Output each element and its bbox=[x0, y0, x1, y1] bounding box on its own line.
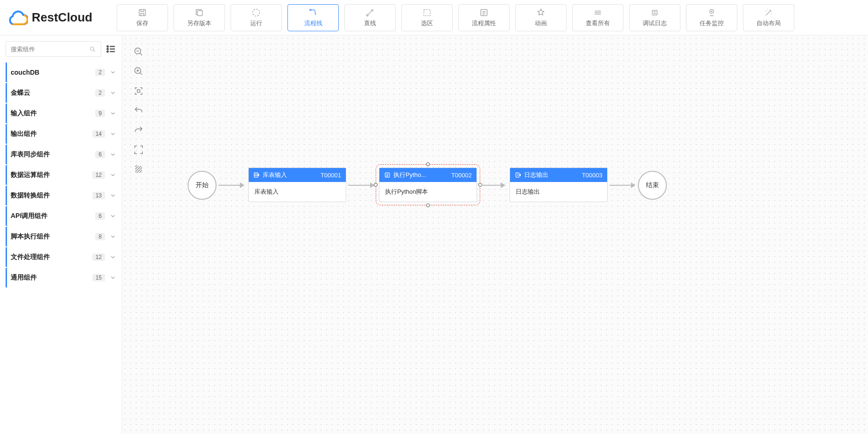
run-icon bbox=[252, 8, 261, 17]
svg-point-10 bbox=[107, 46, 108, 47]
chevron-down-icon bbox=[110, 110, 116, 117]
copy-icon bbox=[195, 8, 204, 17]
svg-point-3 bbox=[310, 9, 311, 10]
redo-button[interactable] bbox=[133, 124, 145, 136]
start-node-label: 开始 bbox=[196, 181, 209, 189]
chevron-down-icon bbox=[110, 192, 116, 199]
category-item[interactable]: 数据运算组件12 bbox=[6, 165, 116, 185]
hatch-button[interactable] bbox=[133, 163, 145, 175]
header-toolbar: RestCloud 保存 另存版本 运行 流程线 直线 选区 流程属性 动画 查… bbox=[0, 0, 868, 35]
zoom-in-button[interactable] bbox=[133, 65, 145, 77]
cloud-icon bbox=[7, 10, 28, 25]
component-sidebar: couchDB2 金蝶云2 输入组件9 输出组件14 库表同步组件6 数据运算组… bbox=[0, 35, 122, 434]
svg-point-9 bbox=[91, 47, 94, 50]
category-item[interactable]: 数据转换组件13 bbox=[6, 186, 116, 205]
viewall-button[interactable]: 查看所有 bbox=[572, 4, 623, 31]
flow-canvas[interactable]: 开始 库表输入 T00001 库表输入 执行Pytho... T00002 执行… bbox=[122, 35, 868, 434]
taskmon-button[interactable]: 任务监控 bbox=[686, 4, 737, 31]
monitor-icon bbox=[707, 8, 716, 17]
svg-point-4 bbox=[367, 14, 368, 16]
category-item[interactable]: 通用组件15 bbox=[6, 268, 116, 287]
svg-point-8 bbox=[711, 11, 712, 12]
node-body: 库表输入 bbox=[249, 182, 346, 202]
chevron-down-icon bbox=[110, 213, 116, 219]
start-node[interactable]: 开始 bbox=[188, 171, 217, 200]
category-item[interactable]: 输出组件14 bbox=[6, 124, 116, 144]
category-item[interactable]: couchDB2 bbox=[6, 63, 116, 82]
flow-arrow[interactable] bbox=[482, 185, 505, 186]
chevron-down-icon bbox=[110, 151, 116, 158]
node-header: 执行Pytho... T00002 bbox=[379, 168, 476, 182]
chevron-down-icon bbox=[110, 172, 116, 178]
chevron-down-icon bbox=[110, 274, 116, 281]
flow-arrow[interactable] bbox=[609, 185, 635, 186]
main-layout: couchDB2 金蝶云2 输入组件9 输出组件14 库表同步组件6 数据运算组… bbox=[0, 35, 868, 434]
flow-arrow[interactable] bbox=[218, 185, 244, 186]
chevron-down-icon bbox=[110, 233, 116, 240]
node-header: 日志输出 T00003 bbox=[510, 168, 607, 182]
brand-logo: RestCloud bbox=[7, 10, 92, 25]
search-icon bbox=[89, 46, 96, 53]
flow-node-selected[interactable]: 执行Pytho... T00002 执行Python脚本 bbox=[379, 168, 477, 202]
line-button[interactable]: 直线 bbox=[344, 4, 396, 31]
end-node-label: 结束 bbox=[646, 181, 659, 189]
node-body: 执行Python脚本 bbox=[379, 182, 476, 202]
fullscreen-button[interactable] bbox=[133, 144, 145, 156]
table-in-icon bbox=[253, 172, 260, 178]
svg-rect-0 bbox=[139, 9, 145, 15]
node-header: 库表输入 T00001 bbox=[249, 168, 346, 182]
run-button[interactable]: 运行 bbox=[231, 4, 282, 31]
save-as-button[interactable]: 另存版本 bbox=[174, 4, 225, 31]
category-item[interactable]: 库表同步组件6 bbox=[6, 145, 116, 164]
anim-button[interactable]: 动画 bbox=[515, 4, 567, 31]
category-item[interactable]: 文件处理组件12 bbox=[6, 247, 116, 267]
category-item[interactable]: 脚本执行组件8 bbox=[6, 227, 116, 246]
selection-handle[interactable] bbox=[374, 183, 378, 187]
chevron-down-icon bbox=[110, 69, 116, 76]
node-body: 日志输出 bbox=[510, 182, 607, 202]
flowline-button[interactable]: 流程线 bbox=[287, 4, 339, 31]
svg-rect-15 bbox=[254, 173, 258, 177]
props-button[interactable]: 流程属性 bbox=[458, 4, 510, 31]
search-input-wrapper[interactable] bbox=[6, 41, 101, 57]
autolayout-button[interactable]: 自动布局 bbox=[743, 4, 794, 31]
line-icon bbox=[365, 8, 375, 17]
viewall-icon bbox=[593, 8, 602, 17]
flow-node[interactable]: 库表输入 T00001 库表输入 bbox=[248, 168, 346, 202]
select-button[interactable]: 选区 bbox=[401, 4, 453, 31]
python-icon bbox=[384, 172, 391, 178]
debuglog-button[interactable]: 调试日志 bbox=[629, 4, 680, 31]
debuglog-icon bbox=[650, 8, 659, 17]
brand-text: RestCloud bbox=[32, 10, 92, 25]
svg-point-2 bbox=[253, 9, 260, 16]
fit-button[interactable] bbox=[133, 85, 145, 97]
svg-point-12 bbox=[107, 51, 108, 52]
category-item[interactable]: 输入组件9 bbox=[6, 104, 116, 123]
save-button[interactable]: 保存 bbox=[117, 4, 168, 31]
select-icon bbox=[422, 8, 432, 17]
list-toggle-icon[interactable] bbox=[106, 44, 116, 54]
chevron-down-icon bbox=[110, 90, 116, 96]
category-item[interactable]: API调用组件6 bbox=[6, 206, 116, 226]
canvas-toolbox bbox=[133, 46, 145, 175]
props-icon bbox=[479, 8, 489, 17]
svg-rect-5 bbox=[424, 9, 430, 15]
flowline-icon bbox=[308, 8, 318, 17]
search-input[interactable] bbox=[11, 46, 89, 53]
chevron-down-icon bbox=[110, 131, 116, 137]
svg-rect-1 bbox=[197, 10, 203, 15]
chevron-down-icon bbox=[110, 254, 116, 260]
wand-icon bbox=[764, 8, 773, 17]
zoom-out-button[interactable] bbox=[133, 46, 145, 58]
category-list: couchDB2 金蝶云2 输入组件9 输出组件14 库表同步组件6 数据运算组… bbox=[6, 63, 116, 287]
selection-handle[interactable] bbox=[426, 162, 430, 166]
flow-node[interactable]: 日志输出 T00003 日志输出 bbox=[510, 168, 608, 202]
undo-button[interactable] bbox=[133, 105, 145, 117]
flow-arrow[interactable] bbox=[348, 185, 374, 186]
save-icon bbox=[138, 8, 147, 17]
category-item[interactable]: 金蝶云2 bbox=[6, 83, 116, 103]
log-out-icon bbox=[515, 172, 521, 178]
star-icon bbox=[536, 8, 546, 17]
end-node[interactable]: 结束 bbox=[638, 171, 667, 200]
selection-handle[interactable] bbox=[426, 203, 430, 207]
